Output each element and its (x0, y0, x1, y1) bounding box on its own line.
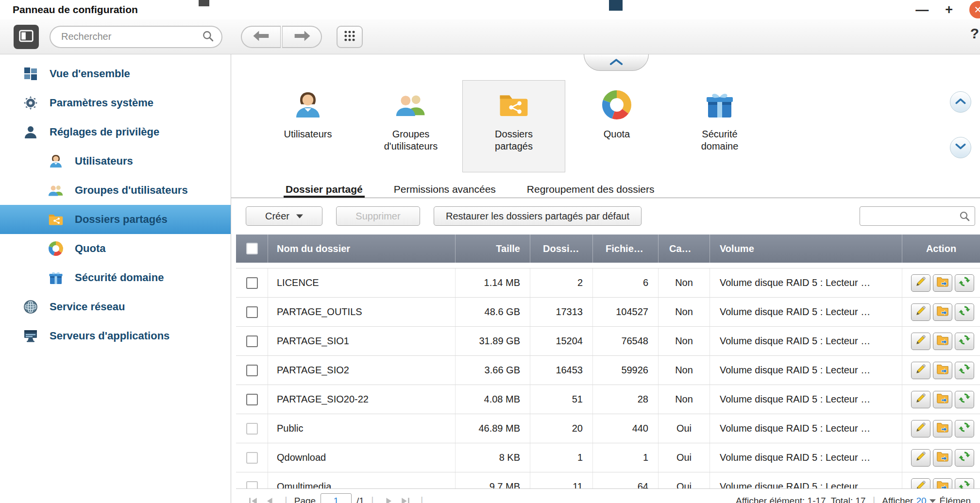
sidebar-item[interactable]: Utilisateurs (0, 147, 231, 176)
folder-permissions-button[interactable] (933, 478, 952, 489)
refresh-button[interactable] (955, 478, 974, 489)
column-header-volume[interactable]: Volume (710, 235, 902, 263)
table-row[interactable]: PARTAGE_SIO1 31.89 GB 15204 76548 Non Vo… (236, 327, 980, 356)
table-row[interactable]: PARTAGE_SIO20-22 4.08 MB 51 28 Non Volum… (236, 385, 980, 414)
tab[interactable]: Permissions avancées (392, 180, 498, 198)
folder-arrow-icon (936, 334, 949, 349)
first-page-button[interactable] (248, 497, 258, 503)
folder-permissions-button[interactable] (933, 333, 952, 350)
folder-permissions-button[interactable] (933, 391, 952, 408)
collapse-panel-button[interactable] (584, 54, 649, 71)
column-header-files[interactable]: Fichie… (592, 235, 658, 263)
edit-properties-button[interactable] (911, 303, 930, 321)
folder-arrow-icon (936, 479, 949, 488)
select-all-checkbox[interactable] (246, 243, 258, 254)
refresh-button[interactable] (955, 362, 974, 379)
table-row[interactable]: PARTAGE_SIO2 3.66 GB 16453 59926 Non Vol… (236, 356, 980, 385)
folder-size: 1.14 MB (455, 268, 530, 297)
last-page-button[interactable] (401, 497, 410, 503)
row-checkbox[interactable] (246, 365, 258, 376)
sidebar-item[interactable]: Sécurité domaine (0, 263, 231, 292)
column-header-size[interactable]: Taille (455, 235, 530, 263)
table-search-input[interactable] (860, 211, 959, 222)
cache-flag: Oui (658, 443, 710, 472)
restore-default-folders-button[interactable]: Restaurer les dossiers partagés par défa… (434, 206, 642, 226)
sidebar-item[interactable]: Vue d'ensemble (0, 59, 231, 88)
folder-permissions-button[interactable] (933, 420, 952, 437)
column-header-name[interactable]: Nom du dossier (268, 235, 455, 263)
table-row[interactable]: Public 46.89 MB 20 440 Oui Volume disque… (236, 414, 980, 443)
row-checkbox[interactable] (246, 277, 258, 289)
refresh-button[interactable] (955, 391, 974, 408)
folder-permissions-button[interactable] (933, 362, 952, 379)
refresh-button[interactable] (955, 420, 974, 437)
maximize-button[interactable]: + (945, 3, 953, 17)
scroll-down-button[interactable] (950, 137, 971, 158)
folder-name: PARTAGE_OUTILS (268, 298, 455, 326)
table-row[interactable]: PARTAGE_OUTILS 48.6 GB 17313 104527 Non … (236, 298, 980, 327)
row-checkbox[interactable] (246, 452, 258, 464)
refresh-button[interactable] (955, 449, 974, 467)
edit-properties-button[interactable] (911, 420, 930, 437)
edit-properties-button[interactable] (911, 274, 930, 292)
help-button[interactable]: ? (970, 25, 979, 42)
sidebar-item[interactable]: Service réseau (0, 292, 231, 321)
table-row[interactable]: Qmultimedia 9.7 MB 11 64 Oui Volume disq… (236, 472, 980, 488)
page-number-input[interactable]: 1 (321, 493, 352, 503)
folder-permissions-button[interactable] (933, 274, 952, 292)
delete-button[interactable]: Supprimer (336, 206, 420, 226)
edit-properties-button[interactable] (911, 333, 930, 350)
category-item[interactable]: Dossiers partagés (462, 80, 565, 172)
folder-permissions-button[interactable] (933, 303, 952, 321)
sidebar-item[interactable]: Quota (0, 234, 231, 263)
folder-name: Qdownload (268, 443, 455, 472)
scroll-up-button[interactable] (950, 91, 971, 113)
sidebar-toggle-button[interactable] (14, 25, 39, 49)
edit-properties-button[interactable] (911, 449, 930, 467)
back-button[interactable] (241, 26, 281, 48)
row-checkbox[interactable] (246, 423, 258, 435)
edit-properties-button[interactable] (911, 478, 930, 489)
page-size-select[interactable]: 20 (916, 496, 926, 503)
sidebar-item[interactable]: Groupes d'utilisateurs (0, 176, 231, 205)
apps-grid-icon (343, 30, 356, 44)
tab[interactable]: Regroupement des dossiers (525, 180, 657, 198)
sidebar-item[interactable]: Paramètres système (0, 88, 231, 117)
next-page-button[interactable] (384, 497, 394, 503)
column-header-folders[interactable]: Dossi… (530, 235, 592, 263)
table-row[interactable]: LICENCE 1.14 MB 2 6 Non Volume disque RA… (236, 268, 980, 298)
sidebar-item[interactable]: Serveurs d'applications (0, 321, 231, 351)
sidebar-item[interactable]: Dossiers partagés (0, 205, 231, 234)
edit-pencil-icon (914, 334, 927, 349)
category-item[interactable]: Groupes d'utilisateurs (359, 80, 462, 172)
folder-size: 3.66 GB (455, 356, 530, 385)
edit-properties-button[interactable] (911, 362, 930, 379)
sidebar-item[interactable]: Réglages de privilège (0, 117, 231, 147)
edit-properties-button[interactable] (911, 391, 930, 408)
row-checkbox[interactable] (246, 394, 258, 405)
minimize-button[interactable]: — (915, 3, 929, 17)
forward-button[interactable] (282, 26, 322, 48)
refresh-button[interactable] (955, 274, 974, 292)
refresh-button[interactable] (955, 333, 974, 350)
category-icon-row: Utilisateurs Groupes d'utilisateurs Doss… (256, 80, 771, 172)
close-button[interactable]: ✕ (969, 1, 980, 18)
user-icon (292, 89, 323, 122)
apps-grid-button[interactable] (337, 26, 363, 48)
row-checkbox[interactable] (246, 481, 258, 489)
table-row[interactable]: Qdownload 8 KB 1 1 Oui Volume disque RAI… (236, 443, 980, 472)
prev-page-button[interactable] (265, 497, 274, 503)
global-search-input[interactable] (61, 31, 202, 42)
row-checkbox[interactable] (246, 335, 258, 347)
tab[interactable]: Dossier partagé (284, 180, 365, 198)
navigation-sidebar: Vue d'ensemble Paramètres système Réglag… (0, 54, 231, 503)
category-item[interactable]: Quota (565, 80, 668, 172)
refresh-button[interactable] (955, 303, 974, 321)
shared-folder-icon (47, 212, 65, 227)
category-item[interactable]: Sécurité domaine (668, 80, 771, 172)
create-button[interactable]: Créer (246, 206, 322, 226)
row-checkbox[interactable] (246, 306, 258, 318)
folder-permissions-button[interactable] (933, 449, 952, 467)
category-item[interactable]: Utilisateurs (256, 80, 359, 172)
column-header-cache[interactable]: Ca… (658, 235, 710, 263)
